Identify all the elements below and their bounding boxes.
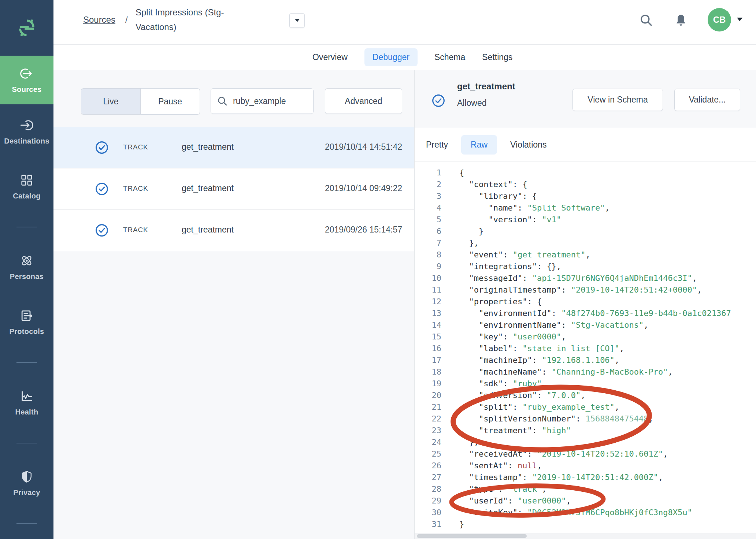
event-row[interactable]: TRACKget_treatment2019/09/26 15:14:57 xyxy=(53,210,414,251)
code-text: "environmentId": "48f274b0-7693-11e9-b44… xyxy=(459,309,731,318)
line-number: 7 xyxy=(419,237,441,249)
tab-settings[interactable]: Settings xyxy=(482,48,512,66)
line-number: 12 xyxy=(419,296,441,308)
account-menu-caret-icon[interactable] xyxy=(737,18,742,21)
sidebar-divider xyxy=(0,430,53,456)
app-window: SourcesDestinationsCatalogPersonasProtoc… xyxy=(0,0,756,539)
code-text: "split": "ruby_example_test", xyxy=(459,402,619,412)
code-text: } xyxy=(459,227,483,236)
code-line: 21 "split": "ruby_example_test", xyxy=(415,401,756,413)
event-search-input[interactable] xyxy=(232,96,307,107)
stream-state-toggle: Live Pause xyxy=(81,88,200,115)
sidebar-divider xyxy=(0,511,53,536)
view-in-schema-button[interactable]: View in Schema xyxy=(572,89,663,111)
page-title: Split Impressions (Stg-Vacations) xyxy=(136,5,245,34)
code-text: "name": "Split Software", xyxy=(459,203,610,212)
event-search-box xyxy=(211,88,314,114)
code-line: 17 "machineIp": "192.168.1.106", xyxy=(415,354,756,366)
line-number: 15 xyxy=(419,331,441,343)
code-lines: 1{2 "context": {3 "library": {4 "name": … xyxy=(415,167,756,530)
segment-logo[interactable] xyxy=(0,0,53,56)
tabs-row: OverviewDebuggerSchemaSettings xyxy=(53,45,756,70)
sidebar-item-sources[interactable]: Sources xyxy=(0,56,53,104)
raw-json-view: 1{2 "context": {3 "library": {4 "name": … xyxy=(415,161,756,533)
sidebar-item-personas[interactable]: Personas xyxy=(0,240,53,295)
code-line: 30 "writeKey": "D0C52M2K75TM6CPqo8bHKj0f… xyxy=(415,507,756,518)
source-switcher-button[interactable] xyxy=(289,13,305,28)
code-text: "sdk": "ruby", xyxy=(459,379,546,388)
event-timestamp: 2019/10/14 09:49:22 xyxy=(325,183,402,193)
code-text: "environmentName": "Stg-Vacations", xyxy=(459,320,649,330)
code-line: 1{ xyxy=(415,167,756,179)
sidebar-item-privacy[interactable]: Privacy xyxy=(0,456,53,511)
code-line: 6 } xyxy=(415,226,756,237)
code-text: "writeKey": "D0C52M2K75TM6CPqo8bHKj0fC3n… xyxy=(459,508,692,517)
sidebar-item-catalog[interactable]: Catalog xyxy=(0,159,53,214)
line-number: 4 xyxy=(419,202,441,214)
line-number: 19 xyxy=(419,378,441,390)
line-number: 6 xyxy=(419,226,441,237)
sidebar-divider xyxy=(0,214,53,240)
validate-button[interactable]: Validate... xyxy=(674,89,740,111)
view-tab-violations[interactable]: Violations xyxy=(510,135,546,155)
sidebar: SourcesDestinationsCatalogPersonasProtoc… xyxy=(0,0,53,539)
code-text: "properties": { xyxy=(459,297,542,306)
pause-button[interactable]: Pause xyxy=(141,89,200,114)
check-circle-icon xyxy=(95,141,109,155)
code-line: 11 "originalTimestamp": "2019-10-14T20:5… xyxy=(415,284,756,296)
notifications-bell-icon[interactable] xyxy=(674,13,688,27)
code-text: "machineName": "Channing-B-MacBook-Pro", xyxy=(459,367,673,376)
avatar[interactable]: CB xyxy=(708,8,731,31)
tab-debugger[interactable]: Debugger xyxy=(364,48,418,66)
code-line: 22 "splitVersionNumber": 1568848475448, xyxy=(415,413,756,425)
view-tab-pretty[interactable]: Pretty xyxy=(426,135,448,155)
code-line: 4 "name": "Split Software", xyxy=(415,202,756,214)
sidebar-item-label: Personas xyxy=(10,272,44,281)
advanced-button[interactable]: Advanced xyxy=(325,88,402,114)
event-row[interactable]: TRACKget_treatment2019/10/14 14:51:42 xyxy=(53,127,414,168)
sidebar-item-health[interactable]: Health xyxy=(0,375,53,430)
view-tab-raw[interactable]: Raw xyxy=(461,135,497,155)
sidebar-item-destinations[interactable]: Destinations xyxy=(0,104,53,159)
breadcrumb-sources-link[interactable]: Sources xyxy=(83,15,115,25)
search-icon[interactable] xyxy=(639,13,653,27)
scrollbar-thumb[interactable] xyxy=(417,534,527,538)
line-number: 13 xyxy=(419,308,441,319)
code-line: 5 "version": "v1" xyxy=(415,214,756,226)
horizontal-scrollbar[interactable] xyxy=(415,533,756,539)
tab-schema[interactable]: Schema xyxy=(434,48,465,66)
event-type: TRACK xyxy=(123,143,148,151)
sidebar-divider xyxy=(0,350,53,375)
destinations-icon xyxy=(20,118,34,132)
line-number: 23 xyxy=(419,425,441,436)
code-text: "messageId": "api-1SD7Ur6NGY6Q4jaNDhEm14… xyxy=(459,274,697,283)
code-line: 29 "userId": "user0000", xyxy=(415,495,756,507)
event-row[interactable]: TRACKget_treatment2019/10/14 09:49:22 xyxy=(53,168,414,210)
line-number: 22 xyxy=(419,413,441,425)
event-timestamp: 2019/10/14 14:51:42 xyxy=(325,142,402,152)
code-line: 2 "context": { xyxy=(415,179,756,190)
line-number: 3 xyxy=(419,190,441,202)
code-line: 15 "key": "user0000", xyxy=(415,331,756,343)
code-line: 10 "messageId": "api-1SD7Ur6NGY6Q4jaNDhE… xyxy=(415,272,756,284)
code-text: "receivedAt": "2019-10-14T20:52:10.601Z"… xyxy=(459,449,668,458)
line-number: 16 xyxy=(419,343,441,354)
code-line: 7 }, xyxy=(415,237,756,249)
tab-overview[interactable]: Overview xyxy=(312,48,348,66)
code-line: 25 "receivedAt": "2019-10-14T20:52:10.60… xyxy=(415,448,756,460)
code-text: { xyxy=(459,168,464,177)
code-line: 20 "sdkVersion": "7.0.0", xyxy=(415,390,756,401)
live-button[interactable]: Live xyxy=(81,89,141,114)
event-type: TRACK xyxy=(123,185,148,193)
privacy-icon xyxy=(20,470,34,484)
sidebar-item-protocols[interactable]: Protocols xyxy=(0,295,53,350)
code-line: 24 }, xyxy=(415,436,756,448)
code-text: "label": "state in list [CO]", xyxy=(459,344,624,353)
code-text: "integrations": {}, xyxy=(459,262,561,271)
line-number: 25 xyxy=(419,448,441,460)
line-number: 26 xyxy=(419,460,441,472)
check-circle-icon xyxy=(95,223,109,237)
line-number: 24 xyxy=(419,436,441,448)
sidebar-nav: SourcesDestinationsCatalogPersonasProtoc… xyxy=(0,56,53,536)
check-circle-icon xyxy=(95,182,109,196)
